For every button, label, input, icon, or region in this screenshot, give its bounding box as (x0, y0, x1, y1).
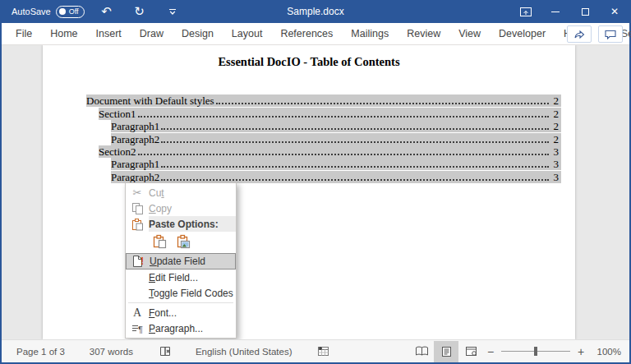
toc-page-number: 3 (550, 158, 559, 170)
menu-item-label: Copy (149, 203, 172, 214)
language-status-button[interactable]: English (United States) (192, 341, 296, 362)
minimize-button[interactable] (541, 0, 570, 23)
web-layout-icon (465, 346, 477, 357)
word-window: AutoSave Off ↶ ↻ Sample.docx (0, 0, 631, 364)
document-page[interactable]: Essential DocIO - Table of Contents Docu… (43, 45, 575, 339)
toc-page-number: 2 (550, 120, 559, 132)
ribbon-tab-bar: FileHomeInsertDrawDesignLayoutReferences… (2, 23, 629, 45)
read-mode-icon (415, 346, 429, 357)
toc-selection-highlight: Paragraph12 (111, 120, 561, 132)
proofing-status-button[interactable] (156, 341, 176, 362)
tab-home[interactable]: Home (41, 24, 86, 44)
scissors-icon: ✂ (126, 187, 149, 199)
zoom-in-button[interactable]: + (573, 345, 588, 358)
paste-keep-text-only-button[interactable] (150, 233, 169, 252)
dot-leader (138, 116, 550, 117)
toc-block: Document with Default styles2Section12Pa… (86, 94, 561, 183)
context-menu: ✂CutCopyPaste Options:!Update FieldEdit … (125, 182, 237, 339)
word-count[interactable]: 307 words (86, 341, 136, 362)
menu-item-copy[interactable]: Copy (126, 200, 236, 216)
zoom-out-button[interactable]: − (483, 345, 498, 358)
tab-draw[interactable]: Draw (131, 24, 173, 44)
menu-item-toggle-field-codes[interactable]: Toggle Field Codes (126, 285, 236, 301)
dot-leader (161, 179, 549, 181)
read-mode-button[interactable] (409, 341, 434, 362)
tab-review[interactable]: Review (398, 24, 449, 44)
menu-item-label: Font... (149, 307, 177, 319)
update-field-icon: ! (127, 255, 150, 268)
toc-page-number: 3 (550, 145, 559, 158)
tab-view[interactable]: View (449, 24, 490, 44)
maximize-icon (582, 8, 589, 16)
menu-item-label: Toggle Field Codes (149, 288, 233, 299)
menu-item-font[interactable]: AFont... (126, 305, 236, 320)
share-button[interactable] (567, 25, 592, 43)
toc-entry[interactable]: Section23 (86, 145, 561, 158)
tab-mailings[interactable]: Mailings (342, 24, 398, 44)
menu-item-edit-field[interactable]: Edit Field... (126, 270, 236, 285)
toc-page-number: 2 (550, 108, 559, 120)
comments-button[interactable] (598, 25, 623, 43)
qat-customize-button[interactable] (162, 2, 183, 21)
menu-item-paragraph[interactable]: ¶Paragraph... (126, 320, 236, 336)
tab-references[interactable]: References (271, 24, 342, 44)
toc-entry[interactable]: Paragraph22 (86, 132, 561, 145)
toc-page-number: 3 (550, 171, 559, 183)
print-layout-button[interactable] (434, 341, 458, 362)
tab-insert[interactable]: Insert (87, 24, 131, 44)
dot-leader (161, 128, 549, 130)
zoom-level[interactable]: 100% (588, 347, 621, 357)
dot-leader (161, 141, 549, 143)
paste-picture-icon (177, 234, 191, 251)
macro-record-button[interactable] (314, 341, 333, 362)
toc-entry[interactable]: Paragraph12 (86, 120, 561, 132)
ribbon-display-options-icon (520, 7, 532, 16)
toggle-dot-icon (59, 8, 66, 15)
redo-button[interactable]: ↻ (129, 2, 150, 21)
web-layout-button[interactable] (458, 341, 483, 362)
status-bar: Page 1 of 3 307 words English (United St… (2, 339, 629, 362)
comments-icon (605, 30, 616, 39)
zoom-slider-handle[interactable] (534, 347, 537, 356)
toc-entry-text: Paragraph1 (111, 158, 159, 170)
toc-entry-text: Paragraph2 (111, 133, 159, 145)
toc-page-number: 2 (550, 133, 559, 145)
toc-entry[interactable]: Section12 (86, 107, 561, 119)
tab-layout[interactable]: Layout (223, 24, 272, 44)
print-layout-icon (441, 346, 452, 357)
zoom-in-icon: + (578, 345, 584, 358)
close-button[interactable]: ✕ (600, 0, 629, 23)
menu-item-cut[interactable]: ✂Cut (126, 185, 236, 200)
paragraph-icon: ¶ (126, 323, 149, 334)
undo-button[interactable]: ↶ (96, 2, 117, 21)
toc-selection-highlight: Section12 (99, 108, 561, 120)
menu-separator (128, 302, 233, 303)
macro-record-icon (317, 346, 329, 357)
toc-entry[interactable]: Paragraph23 (86, 170, 561, 182)
share-icon (573, 29, 585, 39)
toc-selection-highlight: Section23 (99, 145, 561, 158)
toc-entry[interactable]: Document with Default styles2 (86, 94, 561, 107)
zoom-slider[interactable] (501, 351, 570, 352)
menu-item-label: Paste Options: (149, 216, 236, 232)
maximize-button[interactable] (570, 0, 600, 23)
toc-entry[interactable]: Paragraph13 (86, 158, 561, 170)
autosave-toggle[interactable]: AutoSave Off (12, 6, 85, 18)
autosave-label: AutoSave (12, 7, 51, 16)
tab-developer[interactable]: Developer (490, 24, 555, 44)
paste-options-row (126, 232, 236, 253)
page-indicator[interactable]: Page 1 of 3 (13, 341, 68, 362)
tab-design[interactable]: Design (173, 24, 223, 44)
paste-picture-button[interactable] (173, 233, 193, 252)
paste-options-header: Paste Options: (126, 216, 236, 232)
toc-entry-text: Section1 (99, 108, 136, 120)
toc-entry-text: Paragraph1 (111, 120, 159, 132)
ribbon-tabs: FileHomeInsertDrawDesignLayoutReferences… (2, 24, 594, 44)
toc-selection-highlight: Paragraph13 (111, 158, 561, 170)
document-canvas: Essential DocIO - Table of Contents Docu… (2, 45, 629, 339)
tab-file[interactable]: File (7, 24, 41, 44)
autosave-state: Off (69, 7, 79, 16)
font-icon: A (126, 306, 149, 320)
ribbon-display-options-button[interactable] (511, 0, 541, 23)
menu-item-update-field[interactable]: !Update Field (126, 253, 236, 270)
